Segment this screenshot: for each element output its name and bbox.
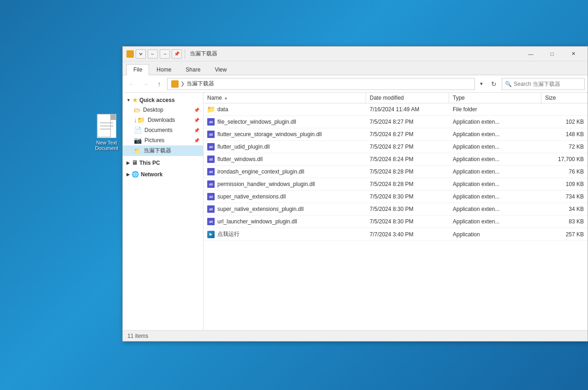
sidebar-item-downloads[interactable]: ↓📁 Downloads 📌 [123, 115, 203, 125]
desktop-icon-new-text-document[interactable]: New Text Document [90, 114, 123, 151]
address-dropdown-button[interactable]: ▼ [477, 78, 486, 90]
file-name-cell: ▶ 点我运行 [204, 228, 366, 240]
dll-icon: dll [207, 131, 215, 138]
file-size: 76 KB [541, 166, 588, 177]
content-area: ▼ ★ Quick access 🗁 Desktop 📌 ↓📁 Download… [123, 93, 588, 330]
file-date: 7/5/2024 8:30 PM [366, 216, 449, 227]
refresh-button[interactable]: ↻ [488, 78, 500, 90]
current-folder-icon: 📁 [134, 148, 141, 154]
file-name-cell: 📁 data [204, 103, 366, 115]
title-bar-separator [185, 49, 185, 59]
pin-icon-pictures: 📌 [194, 138, 199, 143]
dll-icon: dll [207, 193, 215, 200]
svg-rect-0 [97, 114, 111, 137]
pin-icon-desktop: 📌 [194, 108, 199, 113]
forward-quick-btn[interactable]: → [160, 49, 170, 59]
address-folder-icon [171, 80, 179, 88]
quick-access-btn-1[interactable] [136, 49, 146, 59]
desktop-folder-icon: 🗁 [134, 106, 140, 114]
file-date: 7/5/2024 8:27 PM [366, 129, 449, 140]
file-name: file_selector_windows_plugin.dll [217, 119, 296, 125]
file-type-icon: dll [207, 180, 215, 188]
desktop-icon-label: New Text Document [90, 140, 123, 151]
file-type-icon: dll [207, 156, 215, 163]
back-quick-btn[interactable]: ← [148, 49, 158, 59]
window-controls: — □ ✕ [520, 47, 584, 61]
maximize-button[interactable]: □ [541, 47, 563, 61]
table-row[interactable]: ▶ 点我运行 7/7/2024 3:40 PM Application 257 … [204, 228, 588, 241]
file-name: super_native_extensions.dll [217, 193, 286, 200]
file-size: 17,700 KB [541, 154, 588, 165]
file-name: flutter_secure_storage_windows_plugin.dl… [217, 131, 322, 138]
dll-icon: dll [207, 118, 215, 126]
up-button[interactable]: ↑ [153, 78, 165, 90]
sidebar-item-desktop[interactable]: 🗁 Desktop 📌 [123, 105, 203, 115]
table-row[interactable]: dll super_native_extensions.dll 7/5/2024… [204, 191, 588, 203]
file-type-icon: dll [207, 168, 215, 175]
file-type-icon: dll [207, 118, 215, 126]
documents-folder-icon: 📄 [134, 126, 142, 134]
file-size: 257 KB [541, 229, 588, 240]
file-date: 7/7/2024 3:40 PM [366, 229, 449, 240]
file-type-icon: dll [207, 193, 215, 200]
back-button[interactable]: ← [126, 78, 138, 90]
file-name-cell: dll super_native_extensions.dll [204, 191, 366, 203]
this-pc-header[interactable]: ▶ 🖥 This PC [123, 158, 203, 168]
pin-quick-btn[interactable]: 📌 [172, 49, 182, 59]
col-header-type[interactable]: Type [449, 93, 541, 103]
col-header-name[interactable]: Name ▲ [204, 93, 366, 103]
file-date: 7/5/2024 8:30 PM [366, 191, 449, 202]
file-date: 7/5/2024 8:27 PM [366, 116, 449, 127]
table-row[interactable]: dll flutter_udid_plugin.dll 7/5/2024 8:2… [204, 141, 588, 153]
table-row[interactable]: dll flutter_windows.dll 7/5/2024 8:24 PM… [204, 153, 588, 166]
minimize-button[interactable]: — [520, 47, 541, 61]
tab-home[interactable]: Home [150, 64, 178, 75]
table-row[interactable]: dll permission_handler_windows_plugin.dl… [204, 178, 588, 191]
quick-access-header[interactable]: ▼ ★ Quick access [123, 96, 203, 105]
forward-button[interactable]: → [139, 78, 151, 90]
title-bar: ← → 📌 当漏下载器 — □ ✕ [123, 47, 588, 61]
sidebar-item-documents-label: Documents [144, 127, 173, 133]
file-size: 734 KB [541, 191, 588, 202]
address-field[interactable]: ❯ 当漏下载器 [167, 78, 475, 90]
file-size: 83 KB [541, 216, 588, 227]
close-button[interactable]: ✕ [563, 47, 584, 61]
table-row[interactable]: dll super_native_extensions_plugin.dll 7… [204, 203, 588, 216]
sidebar-item-pictures[interactable]: 📷 Pictures 📌 [123, 135, 203, 145]
star-icon: ★ [132, 97, 138, 103]
search-icon: 🔍 [505, 81, 512, 87]
dll-icon: dll [207, 168, 215, 175]
tab-share[interactable]: Share [179, 64, 207, 75]
file-name: data [217, 106, 228, 113]
computer-icon: 🖥 [132, 159, 138, 166]
sidebar-item-documents[interactable]: 📄 Documents 📌 [123, 125, 203, 135]
network-header[interactable]: ▶ 🌐 Network [123, 169, 203, 179]
sidebar: ▼ ★ Quick access 🗁 Desktop 📌 ↓📁 Download… [123, 93, 204, 330]
tab-file[interactable]: File [126, 64, 149, 75]
file-date: 7/5/2024 8:24 PM [366, 154, 449, 165]
file-type: Application exten... [449, 116, 541, 127]
address-bar: ← → ↑ ❯ 当漏下载器 ▼ ↻ 🔍 [123, 75, 588, 93]
file-name: url_launcher_windows_plugin.dll [217, 218, 297, 225]
col-header-date[interactable]: Date modified [366, 93, 449, 103]
file-name-cell: dll permission_handler_windows_plugin.dl… [204, 178, 366, 190]
file-type: Application exten... [449, 204, 541, 215]
table-row[interactable]: dll file_selector_windows_plugin.dll 7/5… [204, 116, 588, 128]
sidebar-item-current-folder[interactable]: 📁 当漏下载器 [123, 145, 203, 156]
dll-icon: dll [207, 143, 215, 150]
search-box[interactable]: 🔍 [502, 78, 585, 90]
address-path: 当漏下载器 [186, 80, 214, 88]
col-header-size[interactable]: Size [541, 93, 588, 103]
table-row[interactable]: 📁 data 7/16/2024 11:49 AM File folder [204, 103, 588, 116]
table-row[interactable]: dll flutter_secure_storage_windows_plugi… [204, 128, 588, 141]
file-rows-container: 📁 data 7/16/2024 11:49 AM File folder dl… [204, 103, 588, 241]
tab-view[interactable]: View [208, 64, 234, 75]
table-row[interactable]: dll irondash_engine_context_plugin.dll 7… [204, 166, 588, 178]
dll-icon: dll [207, 218, 215, 225]
pictures-folder-icon: 📷 [134, 137, 142, 144]
table-row[interactable]: dll url_launcher_windows_plugin.dll 7/5/… [204, 216, 588, 228]
file-name: super_native_extensions_plugin.dll [217, 206, 304, 212]
search-input[interactable] [514, 81, 583, 87]
window-title: 当漏下载器 [188, 50, 518, 58]
network-label: Network [141, 171, 162, 178]
